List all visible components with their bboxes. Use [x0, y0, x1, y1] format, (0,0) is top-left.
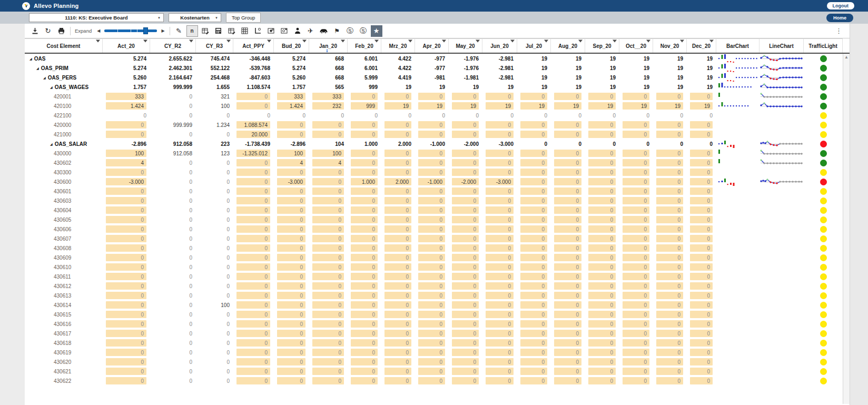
cell-sep20[interactable]: 0 [585, 338, 619, 348]
cell-apr20[interactable]: 0 [415, 149, 449, 158]
cell-bud20[interactable]: 0 [274, 243, 309, 253]
cell-dec20[interactable]: 0 [687, 367, 716, 376]
cell-dec20[interactable]: 0 [687, 234, 716, 243]
cell-may20[interactable]: 0 [449, 300, 482, 310]
cell-actppy[interactable]: 0 [233, 101, 274, 111]
cell-aug20[interactable]: 0 [551, 272, 585, 281]
cell-actppy[interactable]: 20.000 [233, 130, 274, 139]
cell-jan20[interactable]: 0 [309, 120, 348, 130]
cell-apr20[interactable]: 0 [415, 319, 449, 329]
cell-oct20[interactable]: 0 [619, 253, 653, 262]
cell-bud20[interactable]: 4 [274, 158, 309, 167]
cell-act20[interactable]: 0 [103, 205, 150, 215]
column-header-cyr2[interactable]: CY_R2 [150, 38, 196, 53]
cell-jun20[interactable]: 0 [482, 348, 517, 357]
cell-feb20[interactable]: 0 [348, 120, 381, 130]
cell-mrz20[interactable]: 0 [381, 272, 415, 281]
cell-feb20[interactable]: 0 [348, 253, 381, 262]
cell-dec20[interactable]: 0 [687, 186, 716, 196]
cell-feb20[interactable]: 0 [348, 338, 381, 348]
cell-act20[interactable]: 100 [103, 149, 150, 158]
filter-icon[interactable] [613, 43, 617, 48]
cell-sep20[interactable]: 0 [585, 262, 619, 272]
user-icon[interactable] [292, 25, 303, 37]
cell-mrz20[interactable]: 0 [381, 149, 415, 158]
cell-oct20[interactable]: 0 [619, 319, 653, 329]
currency-alt-icon[interactable]: Ⓢ [358, 25, 369, 37]
column-header-may20[interactable]: May_20 [449, 38, 482, 53]
cell-jul20[interactable]: 0 [517, 177, 551, 186]
cell-may20[interactable]: 0 [449, 262, 482, 272]
cell-nov20[interactable]: 0 [653, 338, 687, 348]
cell-aug20[interactable]: 0 [551, 149, 585, 158]
cell-feb20[interactable]: 0 [348, 300, 381, 310]
cell-oct20[interactable]: 0 [619, 338, 653, 348]
cell-bud20[interactable]: 333 [274, 92, 309, 101]
cell-jun20[interactable]: 0 [482, 205, 517, 215]
edit-icon[interactable]: ✎ [173, 25, 185, 37]
cell-may20[interactable]: 0 [449, 196, 482, 205]
cell-jan20[interactable]: 0 [309, 167, 348, 177]
cell-actppy[interactable]: 0 [233, 196, 274, 205]
cell-jul20[interactable]: 0 [517, 205, 551, 215]
cell-bud20[interactable]: 0 [274, 224, 309, 234]
cell-sep20[interactable]: 0 [585, 92, 619, 101]
cell-act20[interactable]: 1.424 [103, 101, 150, 111]
cell-jun20[interactable]: 0 [482, 272, 517, 281]
cell-may20[interactable]: 0 [449, 376, 482, 386]
cell-apr20[interactable]: 0 [415, 130, 449, 139]
cell-actppy[interactable]: 0 [233, 338, 274, 348]
cell-jul20[interactable]: 0 [517, 186, 551, 196]
cell-oct20[interactable]: 0 [619, 130, 653, 139]
cell-sep20[interactable]: 0 [585, 149, 619, 158]
cell-jun20[interactable]: -3.000 [482, 177, 517, 186]
cell-dec20[interactable]: 0 [687, 196, 716, 205]
cell-jun20[interactable]: 0 [482, 234, 517, 243]
cell-dec20[interactable]: 0 [687, 376, 716, 386]
cell-actppy[interactable]: 0 [233, 186, 274, 196]
cell-actppy[interactable]: 0 [233, 357, 274, 367]
cell-jan20[interactable]: 0 [309, 177, 348, 186]
cell-aug20[interactable]: 0 [551, 281, 585, 291]
cell-oct20[interactable]: 0 [619, 300, 653, 310]
cell-bud20[interactable]: 0 [274, 300, 309, 310]
cell-bud20[interactable]: 0 [274, 167, 309, 177]
cell-bud20[interactable]: 0 [274, 262, 309, 272]
cell-jan20[interactable]: 0 [309, 291, 348, 300]
column-header-light[interactable]: TrafficLight [804, 38, 843, 53]
cell-jun20[interactable]: 0 [482, 281, 517, 291]
cell-oct20[interactable]: 0 [619, 224, 653, 234]
cell-sep20[interactable]: 0 [585, 186, 619, 196]
cell-aug20[interactable]: 0 [551, 215, 585, 224]
cell-jan20[interactable]: 0 [309, 348, 348, 357]
cell-apr20[interactable]: 0 [415, 300, 449, 310]
cell-may20[interactable]: 19 [449, 101, 482, 111]
cell-act20[interactable]: 0 [103, 310, 150, 319]
cell-apr20[interactable]: 0 [415, 158, 449, 167]
cell-mrz20[interactable]: 0 [381, 158, 415, 167]
calculator-icon[interactable] [213, 25, 224, 37]
collapse-icon[interactable]: ◢ [36, 66, 39, 70]
cell-act20[interactable]: 0 [103, 291, 150, 300]
cell-jun20[interactable]: 19 [482, 101, 517, 111]
cell-jun20[interactable]: 0 [482, 310, 517, 319]
cell-nov20[interactable]: 0 [653, 130, 687, 139]
filter-icon[interactable] [143, 43, 147, 48]
cell-mrz20[interactable]: 0 [381, 281, 415, 291]
filter-icon[interactable] [442, 43, 446, 48]
cell-nov20[interactable]: 0 [653, 149, 687, 158]
cell-dec20[interactable]: 0 [687, 262, 716, 272]
cell-jan20[interactable]: 0 [309, 186, 348, 196]
cell-mrz20[interactable]: 0 [381, 338, 415, 348]
cell-nov20[interactable]: 0 [653, 234, 687, 243]
cell-actppy[interactable]: 0 [233, 262, 274, 272]
cell-jan20[interactable]: 0 [309, 205, 348, 215]
cell-mrz20[interactable]: 0 [381, 92, 415, 101]
cell-may20[interactable]: 0 [449, 224, 482, 234]
cell-feb20[interactable]: 0 [348, 215, 381, 224]
collapse-icon[interactable]: ◢ [50, 142, 53, 146]
cell-actppy[interactable]: -1.325.012 [233, 149, 274, 158]
cell-feb20[interactable]: 0 [348, 186, 381, 196]
cell-mrz20[interactable]: 0 [381, 253, 415, 262]
cell-bud20[interactable]: 0 [274, 120, 309, 130]
